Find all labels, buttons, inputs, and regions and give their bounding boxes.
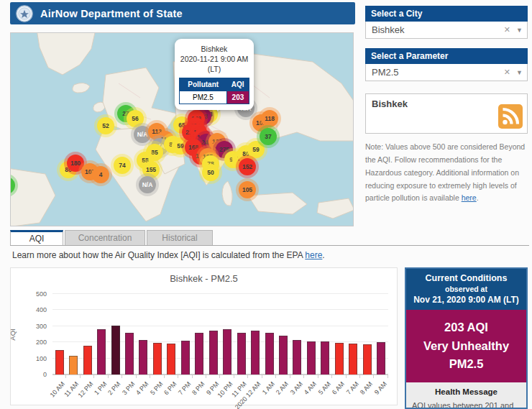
chart-plot-area — [52, 294, 388, 374]
parameter-caret-down-icon[interactable]: ▼ — [516, 69, 523, 76]
city-clear-icon[interactable]: ✕ — [504, 25, 510, 35]
y-axis-ticks: 0100200300400500 — [15, 294, 50, 374]
aqi-map-marker[interactable]: 56 — [127, 110, 144, 127]
x-tick-label: 2 AM — [275, 380, 290, 396]
bar-11-am[interactable] — [69, 356, 78, 374]
parameter-select[interactable]: PM2.5 ✕ ▼ — [365, 64, 528, 81]
y-tick: 200 — [36, 339, 47, 346]
city-select[interactable]: Bishkek ✕ ▼ — [365, 22, 528, 39]
dept-of-state-seal-icon — [16, 5, 33, 22]
x-tick-label: 7 AM — [344, 380, 359, 396]
popup-city: Bishkek — [179, 44, 249, 54]
bar-10-am[interactable] — [55, 350, 64, 374]
current-conditions-panel: Current Conditions observed at Nov 21, 2… — [405, 267, 528, 409]
bar-7-am[interactable] — [349, 344, 357, 374]
bar-2-am[interactable] — [279, 336, 288, 374]
bar-9-am[interactable] — [377, 342, 385, 374]
cc-title: Current Conditions — [409, 273, 523, 283]
x-tick-label: 6 PM — [162, 380, 178, 396]
aqi-map-marker[interactable]: 37 — [260, 128, 277, 145]
bar-1-am[interactable] — [265, 333, 274, 374]
x-tick-label: 3 AM — [289, 380, 304, 396]
bar-9-pm[interactable] — [209, 331, 218, 374]
parameter-clear-icon[interactable]: ✕ — [504, 68, 510, 77]
y-tick: 500 — [36, 290, 47, 298]
y-tick: 0 — [43, 371, 47, 378]
app-header: AirNow Department of State — [10, 2, 355, 24]
cc-datetime: Nov 21, 2020 9:00 AM (LT) — [409, 295, 523, 305]
select-parameter-label: Select a Parameter — [371, 51, 448, 61]
x-tick-label: 3 PM — [121, 380, 136, 396]
popup-datetime: 2020-11-21 9:00 AM — [179, 54, 249, 64]
x-tick-label: 5 PM — [149, 380, 164, 396]
parameter-select-value: PM2.5 — [372, 67, 504, 78]
aqi-map-marker[interactable]: 52 — [97, 117, 114, 134]
cc-health-message: Health Message AQI values between 201 an… — [406, 382, 526, 409]
aqi-map-marker[interactable]: N/A — [139, 176, 156, 193]
popup-timezone: (LT) — [179, 64, 249, 74]
chart-bars — [52, 294, 388, 374]
bar-2-pm[interactable] — [111, 326, 120, 374]
x-tick-label: 2 PM — [106, 380, 121, 396]
select-city-header: Select a City — [365, 6, 528, 22]
view-tabs: AQIConcentrationHistorical — [10, 230, 529, 246]
bar-3-pm[interactable] — [125, 333, 134, 374]
tab-concentration[interactable]: Concentration — [65, 230, 145, 245]
page-title: AirNow Department of State — [40, 8, 183, 19]
x-tick-label: 4 AM — [303, 380, 318, 396]
aqi-map-marker[interactable]: 74 — [114, 157, 131, 174]
bar-5-am[interactable] — [321, 341, 329, 374]
epa-here-link[interactable]: here — [305, 250, 322, 260]
y-tick: 100 — [36, 355, 47, 362]
cc-aqi-value: 203 AQI — [409, 318, 523, 337]
x-tick-label: 8 AM — [359, 380, 374, 396]
aqi-map-marker[interactable]: 4 — [92, 166, 109, 183]
aqi-map-marker[interactable]: 105 — [239, 181, 256, 198]
bar-12-pm[interactable] — [83, 346, 92, 374]
cc-health-title: Health Message — [412, 387, 520, 396]
aqi-bar-chart-panel: Bishkek - PM2.5 AQI 0100200300400500 10 … — [10, 267, 398, 405]
rss-icon[interactable] — [498, 104, 523, 129]
city-select-value: Bishkek — [372, 24, 504, 35]
select-parameter-header: Select a Parameter — [365, 48, 528, 64]
bar-4-pm[interactable] — [139, 340, 147, 374]
aqi-map-marker[interactable]: 50 — [202, 164, 219, 181]
city-caret-down-icon[interactable]: ▼ — [516, 27, 523, 34]
x-tick-label: 7 PM — [177, 380, 192, 396]
tab-historical[interactable]: Historical — [147, 230, 213, 245]
current-conditions-header: Current Conditions observed at Nov 21, 2… — [406, 269, 526, 310]
world-aqi-map[interactable]: 275652N/A113113N/A8159855815574N/A861801… — [10, 32, 354, 226]
x-axis-labels: 10 AM11 AM12 PM1 PM2 PM3 PM4 PM5 PM6 PM7… — [52, 379, 388, 405]
bar-8-am[interactable] — [363, 344, 372, 374]
bar-1-pm[interactable] — [97, 329, 106, 374]
popup-col-aqi: AQI — [226, 78, 249, 91]
bar-4-am[interactable] — [307, 341, 316, 374]
aqi-map-marker[interactable]: 59 — [247, 141, 265, 158]
note-text: Note: Values above 500 are considered Be… — [365, 142, 525, 202]
aqi-map-marker[interactable]: 118 — [261, 110, 278, 127]
x-tick-label: 1 PM — [93, 380, 108, 396]
bar-2020-12-am[interactable] — [251, 331, 260, 374]
bar-11-pm[interactable] — [237, 333, 246, 374]
popup-col-pollutant: Pollutant — [180, 78, 227, 91]
x-tick-label: 6 AM — [331, 380, 346, 396]
bar-8-pm[interactable] — [195, 333, 203, 374]
y-tick: 400 — [36, 306, 47, 313]
map-popup: Bishkek 2020-11-21 9:00 AM (LT) Pollutan… — [175, 39, 254, 110]
bar-3-am[interactable] — [293, 340, 301, 374]
bar-6-pm[interactable] — [167, 344, 175, 374]
bar-7-pm[interactable] — [181, 341, 190, 374]
note-here-link[interactable]: here — [462, 193, 477, 202]
x-tick-label: 9 AM — [372, 380, 387, 396]
x-tick-label: 4 PM — [134, 380, 150, 396]
bar-5-pm[interactable] — [153, 343, 162, 374]
aqi-map-marker[interactable]: 152 — [239, 158, 256, 175]
cc-health-text: AQI values between 201 and 300 trigger a… — [412, 400, 520, 409]
bar-10-pm[interactable] — [223, 329, 231, 374]
cc-observed-at: observed at — [409, 285, 523, 293]
x-axis-ticks — [52, 374, 388, 378]
popup-pollutant-value: PM2.5 — [180, 91, 227, 104]
tab-aqi[interactable]: AQI — [10, 230, 63, 245]
bar-6-am[interactable] — [335, 343, 344, 374]
x-tick-label: 1 AM — [261, 380, 276, 396]
